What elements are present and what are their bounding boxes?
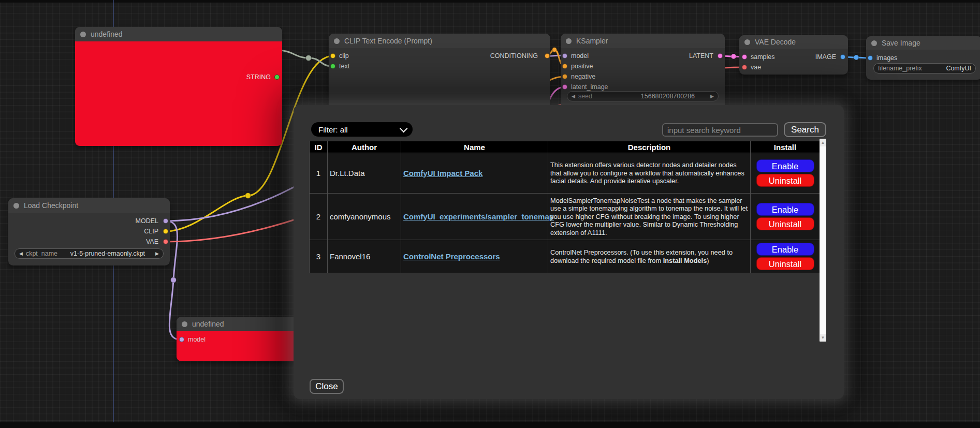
output-label-clip: CLIP bbox=[144, 227, 158, 235]
node-header[interactable]: VAE Decode bbox=[739, 35, 848, 49]
cell-author: Fannovel16 bbox=[328, 240, 401, 273]
collapse-dot-icon[interactable] bbox=[334, 38, 340, 44]
reroute-dot-string[interactable] bbox=[306, 55, 312, 61]
port-negative-input[interactable] bbox=[562, 74, 567, 79]
widget-label: filename_prefix bbox=[878, 65, 922, 72]
port-model-input[interactable] bbox=[562, 53, 567, 58]
port-latent-image-input[interactable] bbox=[562, 84, 567, 90]
extension-link[interactable]: ControlNet Preprocessors bbox=[403, 252, 500, 261]
widget-value: 156680208700286 bbox=[641, 93, 695, 100]
header-description: Description bbox=[548, 141, 751, 153]
collapse-dot-icon[interactable] bbox=[80, 32, 86, 37]
port-latent-output[interactable] bbox=[718, 53, 723, 58]
node-load-checkpoint[interactable]: Load Checkpoint MODEL CLIP VAE ◀ ckpt_na… bbox=[8, 198, 170, 265]
cell-install: Enable Uninstall bbox=[751, 194, 820, 240]
reroute-dot-model[interactable] bbox=[171, 277, 177, 283]
output-label-string: STRING bbox=[246, 73, 271, 81]
widget-label: ckpt_name bbox=[26, 250, 57, 257]
increment-arrow-icon[interactable]: ▶ bbox=[710, 91, 714, 101]
port-model-input[interactable] bbox=[179, 337, 184, 342]
node-header[interactable]: KSampler bbox=[561, 34, 725, 48]
header-id: ID bbox=[310, 141, 328, 153]
uninstall-button[interactable]: Uninstall bbox=[756, 174, 814, 187]
filename-prefix-widget[interactable]: filename_prefix ComfyUI bbox=[873, 63, 976, 73]
port-vae-input[interactable] bbox=[742, 65, 747, 70]
node-title: CLIP Text Encode (Prompt) bbox=[344, 37, 432, 45]
node-title: undefined bbox=[192, 320, 224, 328]
enable-button[interactable]: Enable bbox=[756, 159, 814, 172]
search-input[interactable] bbox=[662, 123, 778, 137]
wire-clip bbox=[166, 196, 248, 231]
enable-button[interactable]: Enable bbox=[756, 203, 814, 216]
chevron-down-icon bbox=[400, 124, 408, 132]
decrement-arrow-icon[interactable]: ◀ bbox=[19, 248, 23, 259]
port-vae-output[interactable] bbox=[163, 239, 168, 244]
enable-button[interactable]: Enable bbox=[756, 243, 814, 256]
port-positive-input[interactable] bbox=[562, 64, 567, 69]
port-string-output[interactable] bbox=[274, 75, 280, 80]
uninstall-button[interactable]: Uninstall bbox=[756, 217, 814, 230]
input-label-vae: vae bbox=[751, 63, 761, 71]
ckpt-name-widget[interactable]: ◀ ckpt_name v1-5-pruned-emaonly.ckpt ▶ bbox=[14, 248, 164, 259]
cell-author: comfyanonymous bbox=[328, 194, 401, 240]
search-button[interactable]: Search bbox=[784, 122, 826, 137]
node-error-body bbox=[75, 41, 282, 146]
close-button[interactable]: Close bbox=[310, 379, 344, 394]
reroute-dot-image[interactable] bbox=[854, 55, 859, 60]
port-text-input[interactable] bbox=[330, 64, 335, 69]
cell-description: ControlNet Preprocessors. (To use this e… bbox=[548, 240, 751, 273]
output-label-image: IMAGE bbox=[815, 53, 836, 61]
port-clip-input[interactable] bbox=[330, 53, 335, 58]
collapse-dot-icon[interactable] bbox=[13, 203, 19, 209]
port-clip-output[interactable] bbox=[163, 229, 168, 234]
port-model-output[interactable] bbox=[163, 218, 168, 224]
node-vae-decode[interactable]: VAE Decode samples vae IMAGE bbox=[739, 35, 848, 75]
collapse-dot-icon[interactable] bbox=[871, 40, 877, 46]
collapse-dot-icon[interactable] bbox=[182, 321, 187, 327]
node-header[interactable]: undefined bbox=[75, 27, 282, 41]
header-name: Name bbox=[401, 141, 548, 153]
port-images-input[interactable] bbox=[868, 55, 873, 61]
reroute-dot-latent[interactable] bbox=[731, 54, 736, 59]
port-image-output[interactable] bbox=[840, 54, 845, 60]
table-row: 1 Dr.Lt.Data ComfyUI Impact Pack This ex… bbox=[310, 153, 820, 194]
cell-id: 3 bbox=[310, 240, 328, 273]
port-conditioning-output[interactable] bbox=[545, 53, 550, 58]
collapse-dot-icon[interactable] bbox=[566, 38, 572, 44]
port-samples-input[interactable] bbox=[742, 54, 747, 60]
collapse-dot-icon[interactable] bbox=[744, 39, 750, 45]
node-undefined-bottom[interactable]: undefined model bbox=[177, 317, 312, 361]
filter-select-value: Filter: all bbox=[318, 125, 348, 134]
output-label-conditioning: CONDITIONING bbox=[490, 52, 538, 60]
node-title: VAE Decode bbox=[755, 38, 796, 46]
input-label-model: model bbox=[188, 335, 206, 344]
input-label-text: text bbox=[339, 62, 349, 70]
node-header[interactable]: undefined bbox=[177, 317, 312, 331]
increment-arrow-icon[interactable]: ▶ bbox=[155, 248, 159, 259]
widget-value: v1-5-pruned-emaonly.ckpt bbox=[70, 250, 145, 257]
node-header[interactable]: Save Image bbox=[866, 36, 980, 50]
scrollbar-thumb[interactable] bbox=[820, 146, 826, 334]
uninstall-button[interactable]: Uninstall bbox=[756, 257, 814, 270]
output-label-model: MODEL bbox=[136, 217, 158, 225]
table-header-row: ID Author Name Description Install bbox=[310, 141, 820, 153]
cell-description: ModelSamplerTonemapNoiseTest a node that… bbox=[548, 194, 751, 240]
input-label-negative: negative bbox=[571, 72, 595, 81]
reroute-dot-conditioning[interactable] bbox=[552, 48, 557, 52]
extension-link[interactable]: ComfyUI_experiments/sampler_tonemap bbox=[403, 212, 554, 221]
node-header[interactable]: Load Checkpoint bbox=[8, 198, 170, 213]
input-label-clip: clip bbox=[339, 52, 349, 60]
scroll-up-arrow-icon[interactable]: ▲ bbox=[820, 139, 826, 146]
node-header[interactable]: CLIP Text Encode (Prompt) bbox=[329, 34, 550, 48]
seed-widget[interactable]: ◀ seed 156680208700286 ▶ bbox=[567, 91, 719, 101]
scroll-down-arrow-icon[interactable]: ▼ bbox=[820, 334, 826, 341]
reroute-dot-clip[interactable] bbox=[245, 193, 251, 199]
input-label-model: model bbox=[571, 52, 589, 60]
extension-link[interactable]: ComfyUI Impact Pack bbox=[403, 169, 482, 178]
decrement-arrow-icon[interactable]: ◀ bbox=[572, 91, 575, 101]
table-scrollbar[interactable]: ▲ ▼ bbox=[820, 139, 826, 342]
node-save-image[interactable]: Save Image images filename_prefix ComfyU… bbox=[866, 36, 980, 80]
node-undefined-top[interactable]: undefined STRING bbox=[75, 27, 282, 146]
cell-author: Dr.Lt.Data bbox=[328, 153, 401, 194]
filter-select[interactable]: Filter: all bbox=[311, 122, 413, 137]
